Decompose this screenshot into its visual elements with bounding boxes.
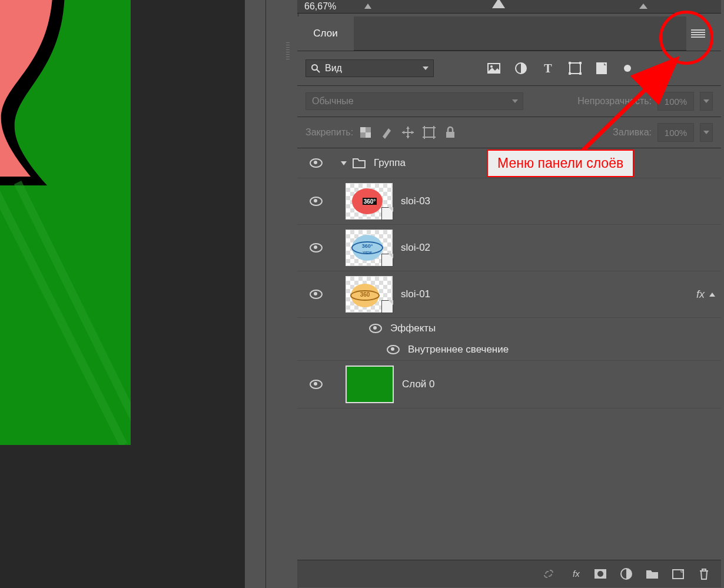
layers-panel: Слои Вид T Обычные Непрозрачность: 100% bbox=[297, 16, 721, 587]
smartobject-badge-icon bbox=[381, 207, 393, 220]
blend-mode-dropdown[interactable]: Обычные bbox=[305, 92, 523, 110]
smartobject-badge-icon bbox=[381, 300, 393, 313]
filter-toggle-switch[interactable] bbox=[624, 65, 631, 72]
artwork-shape bbox=[0, 0, 131, 445]
svg-text:360°: 360° bbox=[364, 198, 376, 205]
svg-point-3 bbox=[490, 65, 493, 68]
blend-mode-value: Обычные bbox=[312, 96, 354, 107]
layer-row-background[interactable]: Слой 0 bbox=[297, 360, 721, 408]
link-layers-icon[interactable] bbox=[542, 567, 555, 580]
layers-list: Группа 360° sloi-03 360°VIEW sloi-02 360 bbox=[297, 148, 721, 408]
layer-thumbnail[interactable] bbox=[346, 366, 394, 403]
visibility-toggle-icon[interactable] bbox=[387, 345, 400, 354]
lock-position-icon[interactable] bbox=[401, 126, 414, 139]
navigator-zoom-value[interactable]: 66,67% bbox=[304, 1, 336, 12]
effects-heading-row[interactable]: Эффекты bbox=[297, 318, 721, 339]
svg-text:T: T bbox=[544, 62, 552, 75]
opacity-label: Непрозрачность: bbox=[577, 96, 652, 107]
folder-icon bbox=[353, 157, 366, 169]
group-name[interactable]: Группа bbox=[374, 157, 406, 169]
artwork-canvas[interactable] bbox=[0, 0, 131, 445]
lock-transparency-icon[interactable] bbox=[359, 126, 372, 139]
layer-name[interactable]: sloi-01 bbox=[401, 288, 430, 300]
navigator-footer: 66,67% bbox=[297, 0, 721, 14]
zoom-out-stop-icon[interactable] bbox=[364, 4, 371, 9]
search-icon bbox=[311, 64, 320, 73]
layer-group-row[interactable]: Группа bbox=[297, 148, 721, 178]
visibility-toggle-icon[interactable] bbox=[310, 243, 323, 253]
new-layer-icon[interactable] bbox=[672, 567, 685, 580]
hamburger-icon bbox=[691, 29, 705, 38]
chevron-down-icon bbox=[423, 67, 429, 70]
visibility-toggle-icon[interactable] bbox=[310, 380, 323, 389]
fx-indicator[interactable]: fx bbox=[696, 288, 705, 301]
effects-label: Эффекты bbox=[390, 323, 436, 334]
svg-text:360°: 360° bbox=[362, 243, 373, 249]
layer-row-sloi-02[interactable]: 360°VIEW sloi-02 bbox=[297, 225, 721, 271]
visibility-toggle-icon[interactable] bbox=[310, 197, 323, 206]
svg-rect-7 bbox=[569, 62, 571, 64]
panel-tab-bar: Слои bbox=[297, 16, 721, 51]
svg-rect-13 bbox=[360, 127, 366, 132]
lock-artboard-icon[interactable] bbox=[423, 126, 436, 139]
svg-text:360: 360 bbox=[360, 291, 370, 298]
layer-name[interactable]: sloi-02 bbox=[401, 242, 430, 254]
visibility-toggle-icon[interactable] bbox=[310, 290, 323, 299]
svg-rect-9 bbox=[569, 72, 571, 75]
layers-panel-footer: fx bbox=[297, 560, 721, 587]
zoom-slider-handle-icon[interactable] bbox=[492, 0, 505, 8]
new-group-icon[interactable] bbox=[646, 567, 659, 580]
layer-filter-row: Вид T bbox=[297, 51, 721, 86]
fill-stepper[interactable] bbox=[700, 123, 713, 142]
effect-name: Внутреннее свечение bbox=[408, 344, 509, 356]
opacity-stepper[interactable] bbox=[700, 92, 713, 111]
layer-name[interactable]: sloi-03 bbox=[401, 195, 430, 207]
fill-input[interactable]: 100% bbox=[657, 123, 694, 142]
chevron-up-icon[interactable] bbox=[709, 293, 715, 297]
svg-point-29 bbox=[597, 571, 603, 577]
layer-thumbnail[interactable]: 360° bbox=[346, 183, 393, 220]
fx-button-icon[interactable]: fx bbox=[568, 567, 581, 580]
layer-name[interactable]: Слой 0 bbox=[402, 378, 435, 390]
filter-shape-icon[interactable] bbox=[569, 62, 582, 75]
adjustment-layer-icon[interactable] bbox=[620, 567, 633, 580]
svg-rect-14 bbox=[366, 132, 371, 138]
svg-line-1 bbox=[317, 69, 320, 72]
blend-mode-row: Обычные Непрозрачность: 100% bbox=[297, 86, 721, 117]
canvas-area bbox=[0, 0, 245, 588]
tab-layers[interactable]: Слои bbox=[297, 16, 354, 51]
layer-row-sloi-03[interactable]: 360° sloi-03 bbox=[297, 178, 721, 225]
opacity-input[interactable]: 100% bbox=[657, 92, 694, 111]
panel-gutter[interactable] bbox=[245, 0, 265, 588]
filter-type-dropdown[interactable]: Вид bbox=[305, 59, 434, 77]
lock-row: Закрепить: Заливка: 100% bbox=[297, 117, 721, 148]
visibility-toggle-icon[interactable] bbox=[369, 324, 382, 333]
layer-row-sloi-01[interactable]: 360 sloi-01 fx bbox=[297, 271, 721, 318]
svg-text:VIEW: VIEW bbox=[363, 251, 372, 254]
layer-mask-icon[interactable] bbox=[594, 567, 607, 580]
filter-adjustment-icon[interactable] bbox=[514, 62, 527, 75]
group-collapse-toggle[interactable] bbox=[335, 161, 353, 165]
smartobject-badge-icon bbox=[381, 254, 393, 267]
svg-point-0 bbox=[312, 65, 317, 70]
collapsed-dock[interactable] bbox=[265, 0, 298, 588]
layer-thumbnail[interactable]: 360°VIEW bbox=[346, 230, 393, 266]
lock-all-icon[interactable] bbox=[444, 126, 457, 139]
visibility-toggle-icon[interactable] bbox=[310, 158, 323, 168]
svg-rect-6 bbox=[570, 63, 580, 74]
lock-paint-icon[interactable] bbox=[380, 126, 393, 139]
delete-layer-icon[interactable] bbox=[698, 567, 710, 580]
filter-pixel-icon[interactable] bbox=[487, 62, 500, 75]
filter-type-label: Вид bbox=[325, 63, 418, 74]
lock-label: Закрепить: bbox=[305, 127, 353, 138]
chevron-down-icon bbox=[512, 99, 518, 103]
svg-text:fx: fx bbox=[573, 569, 580, 579]
svg-rect-8 bbox=[579, 62, 582, 64]
chevron-down-icon bbox=[341, 161, 347, 165]
filter-smartobject-icon[interactable] bbox=[596, 62, 609, 75]
zoom-in-stop-icon[interactable] bbox=[639, 4, 647, 9]
filter-type-icon[interactable]: T bbox=[542, 62, 554, 75]
layer-thumbnail[interactable]: 360 bbox=[346, 276, 393, 313]
effect-inner-glow-row[interactable]: Внутреннее свечение bbox=[297, 339, 721, 360]
panel-menu-button[interactable] bbox=[681, 16, 715, 51]
